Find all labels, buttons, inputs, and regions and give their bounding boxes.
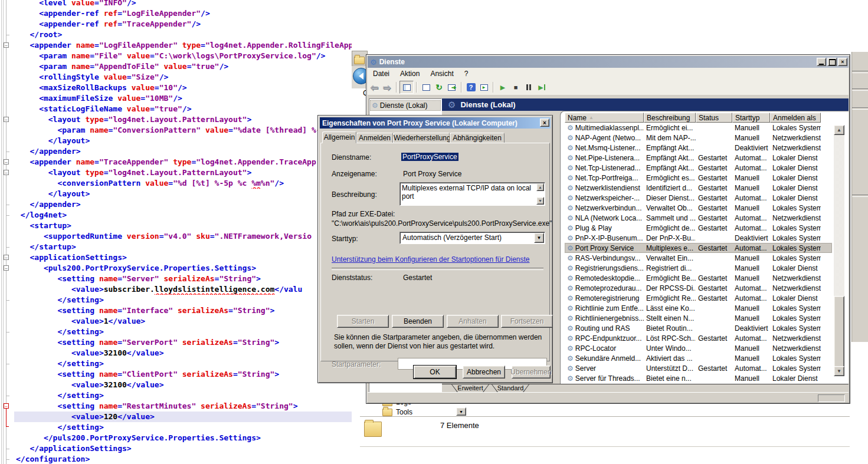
minimize-button[interactable]: [817, 58, 826, 66]
service-row[interactable]: ⚙Plug & PlayErmöglicht de...GestartetAut…: [565, 223, 832, 233]
fold-toggle-icon[interactable]: –: [4, 42, 9, 48]
code-line[interactable]: </root>: [14, 29, 352, 40]
service-row[interactable]: ⚙Sekundäre Anmeld...Aktiviert das ...Man…: [565, 353, 832, 363]
code-line[interactable]: </log4net>: [14, 210, 352, 221]
export-list-icon[interactable]: ➜: [446, 81, 458, 93]
menu-ansicht[interactable]: Ansicht: [425, 68, 458, 79]
ok-button[interactable]: OK: [414, 366, 456, 379]
code-line[interactable]: <maximumFileSize value="10MB"/>: [14, 93, 352, 104]
service-row[interactable]: ⚙Richtlinienergebniss...Stellt einen N..…: [565, 313, 832, 323]
code-line[interactable]: <value>120</value>: [14, 412, 352, 422]
column-header-anmelden-als[interactable]: Anmelden als: [770, 113, 821, 123]
code-line[interactable]: </appender>: [14, 199, 352, 210]
beenden-button[interactable]: Beenden: [392, 315, 444, 328]
service-row[interactable]: ⚙RPC-Endpunktzuor...Löst RPC-Sch...Gesta…: [565, 333, 832, 343]
column-header-status[interactable]: Status: [696, 113, 732, 123]
forward-icon[interactable]: ⇨: [381, 81, 394, 93]
restart-service-icon[interactable]: ▶: [535, 81, 548, 93]
code-line[interactable]: <value>1</value>: [14, 316, 352, 327]
code-lines[interactable]: <level value="INFO"/> <appender-ref ref=…: [14, 0, 352, 464]
code-line[interactable]: <level value="INFO"/>: [14, 0, 352, 8]
code-line[interactable]: <param name="File" value="C:\work\logs\P…: [14, 51, 352, 61]
service-row[interactable]: ⚙RPC-LocatorUnter Windo...ManuellNetzwer…: [565, 343, 832, 353]
code-line[interactable]: <value>32100</value>: [14, 348, 352, 358]
dialog-tab-anmelden[interactable]: Anmelden: [356, 133, 393, 143]
code-line[interactable]: <maxSizeRollBackups value="10"/>: [14, 83, 352, 93]
xml-code-editor[interactable]: <level value="INFO"/> <appender-ref ref=…: [0, 0, 354, 464]
start-service-icon[interactable]: ▶: [496, 81, 509, 93]
column-header-starttyp[interactable]: Starttyp: [732, 113, 770, 123]
service-row[interactable]: ⚙ServerUnterstützt D...GestartetAutomat.…: [565, 363, 832, 373]
fold-toggle-icon[interactable]: –: [4, 265, 9, 271]
code-line[interactable]: <appender name="TraceAppender" type="log…: [14, 157, 352, 167]
tree-item-dienste-lokal[interactable]: ⚙ Dienste (Lokal): [370, 100, 441, 111]
close-button[interactable]: ×: [838, 58, 847, 66]
code-line[interactable]: <setting name="Interface" serializeAs="S…: [14, 305, 352, 316]
dialog-tab-allgemein[interactable]: Allgemein: [322, 131, 356, 143]
maximize-button[interactable]: [827, 58, 837, 66]
code-line[interactable]: <staticLogFileName value="true"/>: [14, 104, 352, 114]
code-line[interactable]: </startup>: [14, 242, 352, 252]
code-line[interactable]: <supportedRuntime version="v4.0" sku=".N…: [14, 231, 352, 242]
code-line[interactable]: <appender name="LogFileAppender" type="l…: [14, 40, 352, 51]
code-line[interactable]: </applicationSettings>: [14, 443, 352, 454]
pause-service-icon[interactable]: [522, 81, 535, 93]
code-line[interactable]: <rollingStyle value="Size"/>: [14, 72, 352, 83]
code-line[interactable]: </setting>: [14, 390, 352, 401]
code-line[interactable]: <value>32100</value>: [14, 380, 352, 390]
code-line[interactable]: </setting>: [14, 422, 352, 433]
service-row[interactable]: ⚙Server für Threads...Bietet eine n...Ma…: [565, 373, 832, 383]
tab-erweitert[interactable]: Erweitert: [451, 384, 489, 393]
code-line[interactable]: <setting name="ServerPort" serializeAs="…: [14, 337, 352, 348]
code-line[interactable]: </appender>: [14, 146, 352, 157]
service-row[interactable]: ⚙RemoteregistrierungErmöglicht Re...Gest…: [565, 293, 832, 303]
code-line[interactable]: <setting name="ClientPort" serializeAs="…: [14, 369, 352, 380]
code-line[interactable]: </layout>: [14, 136, 352, 146]
code-line[interactable]: <setting name="Server" serializeAs="Stri…: [14, 274, 352, 284]
beschreibung-textbox[interactable]: Multiplexes external TCP/IP data on loca…: [399, 182, 545, 206]
service-row[interactable]: ⚙Registrierungsdiens...Registriert di...…: [565, 263, 832, 273]
service-row[interactable]: ⚙Remotedesktopdie...Ermöglicht Be...Gest…: [565, 273, 832, 283]
help-icon[interactable]: ?: [464, 81, 477, 93]
code-line[interactable]: <value>subscriber.lloydslistintelligence…: [14, 284, 352, 295]
fold-toggle-icon[interactable]: –: [4, 170, 9, 175]
column-header-beschreibung[interactable]: Beschreibung: [644, 113, 696, 123]
service-row[interactable]: ⚙Multimediaklassenpl...Ermöglicht ei...M…: [565, 123, 832, 133]
dialog-close-icon[interactable]: ×: [540, 119, 549, 127]
service-row[interactable]: ⚙Net.Tcp-Listenerad...Empfängt Akt...Ges…: [565, 163, 832, 173]
back-icon[interactable]: ⇦: [368, 81, 381, 93]
folder-item[interactable]: Tools: [382, 408, 412, 416]
service-row[interactable]: ⚙Net.Pipe-Listenera...Empfängt Akt...Ges…: [565, 153, 832, 163]
service-row[interactable]: ⚙Netzwerkverbindun...Verwaltet Ob...Gest…: [565, 203, 832, 213]
starttyp-combobox[interactable]: Automatisch (Verzögerter Start) ▼: [399, 232, 545, 244]
service-row[interactable]: ⚙NetzwerklistendienstIdentifiziert d...G…: [565, 183, 832, 193]
fold-toggle-icon-active[interactable]: –: [4, 403, 9, 409]
stop-service-icon[interactable]: ■: [509, 81, 522, 93]
code-line[interactable]: <param name="AppendToFile" value="true"/…: [14, 61, 352, 72]
code-line[interactable]: </setting>: [14, 358, 352, 369]
code-line[interactable]: </configuration>: [14, 454, 352, 464]
abbrechen-button[interactable]: Abbrechen: [463, 366, 505, 379]
fold-toggle-icon[interactable]: –: [4, 255, 9, 260]
dialog-titlebar[interactable]: Eigenschaften von Port Proxy Service (Lo…: [320, 117, 551, 129]
textbox-scroll-up-icon[interactable]: ▲: [536, 183, 544, 191]
code-line[interactable]: <appender-ref ref="TraceAppender"/>: [14, 19, 352, 29]
combo-arrow-icon[interactable]: ▼: [534, 233, 544, 243]
code-line[interactable]: <applicationSettings>: [14, 252, 352, 263]
service-row[interactable]: ⚙Port Proxy ServiceMultiplexes e...Gesta…: [565, 243, 832, 253]
code-line[interactable]: <conversionPattern value="%d [%t] %-5p %…: [14, 178, 352, 189]
code-line[interactable]: <setting name="RestartMinutes" serialize…: [14, 401, 352, 412]
textbox-scroll-down-icon[interactable]: ▼: [536, 197, 544, 205]
scroll-thumb[interactable]: [834, 296, 844, 373]
code-line[interactable]: </setting>: [14, 295, 352, 305]
fold-toggle-icon[interactable]: –: [4, 159, 9, 164]
code-line[interactable]: <startup>: [14, 221, 352, 231]
code-line[interactable]: <puls200.PortProxyService.Properties.Set…: [14, 263, 352, 274]
menu-datei[interactable]: Datei: [368, 68, 395, 79]
scroll-down-button[interactable]: ▼: [834, 366, 844, 376]
dialog-tab-wiederherstellung[interactable]: Wiederherstellung: [393, 133, 450, 143]
code-line[interactable]: </puls200.PortProxyService.Properties.Se…: [14, 433, 352, 443]
code-line[interactable]: <appender-ref ref="LogFileAppender"/>: [14, 8, 352, 19]
services-titlebar[interactable]: ⚙ Dienste ×: [368, 56, 849, 68]
service-row[interactable]: ⚙PnP-X-IP-Busenum...Der PnP-X-Bu...Deakt…: [565, 233, 832, 243]
